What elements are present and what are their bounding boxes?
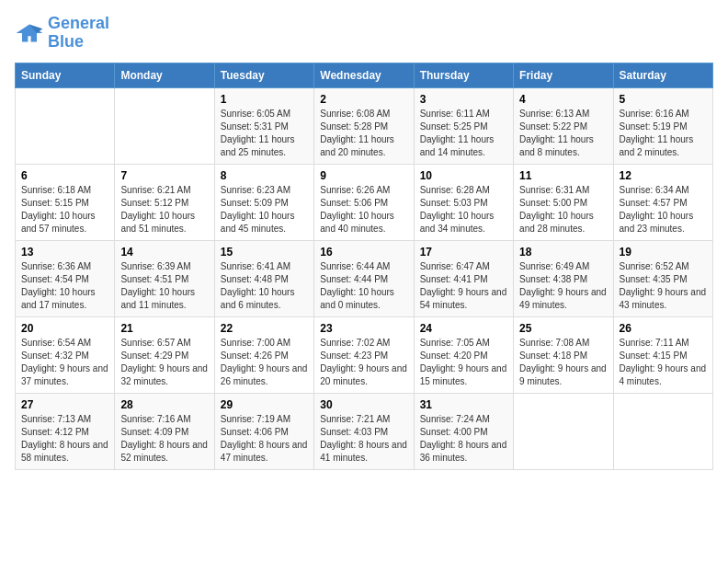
day-number: 21 xyxy=(120,322,208,335)
day-number: 18 xyxy=(519,246,607,259)
calendar-week-4: 20Sunrise: 6:54 AMSunset: 4:32 PMDayligh… xyxy=(16,316,713,393)
day-number: 26 xyxy=(620,322,707,335)
weekday-friday: Friday xyxy=(514,63,613,87)
day-number: 31 xyxy=(420,398,507,411)
day-info: Sunrise: 6:11 AMSunset: 5:25 PMDaylight:… xyxy=(420,108,507,159)
svg-marker-0 xyxy=(17,24,43,41)
day-number: 25 xyxy=(519,322,607,335)
day-number: 5 xyxy=(620,93,707,106)
weekday-header-row: SundayMondayTuesdayWednesdayThursdayFrid… xyxy=(16,63,713,87)
day-number: 19 xyxy=(620,246,707,259)
calendar-cell: 22Sunrise: 7:00 AMSunset: 4:26 PMDayligh… xyxy=(214,316,313,393)
day-info: Sunrise: 6:36 AMSunset: 4:54 PMDaylight:… xyxy=(21,260,108,312)
weekday-sunday: Sunday xyxy=(16,63,115,87)
calendar-table: SundayMondayTuesdayWednesdayThursdayFrid… xyxy=(15,63,713,470)
calendar-cell: 17Sunrise: 6:47 AMSunset: 4:41 PMDayligh… xyxy=(414,240,513,316)
day-info: Sunrise: 6:21 AMSunset: 5:12 PMDaylight:… xyxy=(120,184,208,236)
calendar-cell: 3Sunrise: 6:11 AMSunset: 5:25 PMDaylight… xyxy=(414,87,513,164)
day-number: 2 xyxy=(320,93,407,106)
calendar-cell: 20Sunrise: 6:54 AMSunset: 4:32 PMDayligh… xyxy=(16,316,115,393)
calendar-cell: 11Sunrise: 6:31 AMSunset: 5:00 PMDayligh… xyxy=(514,164,613,240)
calendar-cell: 26Sunrise: 7:11 AMSunset: 4:15 PMDayligh… xyxy=(613,316,712,393)
calendar-cell: 10Sunrise: 6:28 AMSunset: 5:03 PMDayligh… xyxy=(414,164,513,240)
day-info: Sunrise: 6:23 AMSunset: 5:09 PMDaylight:… xyxy=(221,184,308,236)
calendar-cell: 29Sunrise: 7:19 AMSunset: 4:06 PMDayligh… xyxy=(214,393,313,469)
calendar-cell: 1Sunrise: 6:05 AMSunset: 5:31 PMDaylight… xyxy=(214,87,313,164)
weekday-saturday: Saturday xyxy=(613,63,712,87)
day-info: Sunrise: 6:26 AMSunset: 5:06 PMDaylight:… xyxy=(320,184,407,236)
day-number: 27 xyxy=(21,398,108,411)
day-info: Sunrise: 7:21 AMSunset: 4:03 PMDaylight:… xyxy=(320,413,407,465)
calendar-cell: 28Sunrise: 7:16 AMSunset: 4:09 PMDayligh… xyxy=(115,393,214,469)
logo: General Blue xyxy=(15,15,109,52)
calendar-cell: 30Sunrise: 7:21 AMSunset: 4:03 PMDayligh… xyxy=(314,393,414,469)
day-number: 30 xyxy=(320,398,407,411)
calendar-cell: 24Sunrise: 7:05 AMSunset: 4:20 PMDayligh… xyxy=(414,316,513,393)
calendar-cell: 9Sunrise: 6:26 AMSunset: 5:06 PMDaylight… xyxy=(314,164,414,240)
weekday-monday: Monday xyxy=(115,63,214,87)
day-info: Sunrise: 7:13 AMSunset: 4:12 PMDaylight:… xyxy=(21,413,108,465)
calendar-cell: 23Sunrise: 7:02 AMSunset: 4:23 PMDayligh… xyxy=(314,316,414,393)
day-number: 20 xyxy=(21,322,108,335)
day-info: Sunrise: 7:00 AMSunset: 4:26 PMDaylight:… xyxy=(221,337,308,388)
calendar-cell: 2Sunrise: 6:08 AMSunset: 5:28 PMDaylight… xyxy=(314,87,414,164)
day-number: 10 xyxy=(420,169,507,182)
day-info: Sunrise: 6:08 AMSunset: 5:28 PMDaylight:… xyxy=(320,108,407,159)
day-number: 1 xyxy=(221,93,308,106)
calendar-cell xyxy=(16,87,115,164)
calendar-body: 1Sunrise: 6:05 AMSunset: 5:31 PMDaylight… xyxy=(16,87,713,469)
day-number: 11 xyxy=(519,169,607,182)
day-info: Sunrise: 7:24 AMSunset: 4:00 PMDaylight:… xyxy=(420,413,507,465)
day-info: Sunrise: 7:19 AMSunset: 4:06 PMDaylight:… xyxy=(221,413,308,465)
calendar-cell: 14Sunrise: 6:39 AMSunset: 4:51 PMDayligh… xyxy=(115,240,214,316)
calendar-cell xyxy=(115,87,214,164)
calendar-cell: 13Sunrise: 6:36 AMSunset: 4:54 PMDayligh… xyxy=(16,240,115,316)
day-number: 6 xyxy=(21,169,108,182)
calendar-cell: 21Sunrise: 6:57 AMSunset: 4:29 PMDayligh… xyxy=(115,316,214,393)
day-number: 17 xyxy=(420,246,507,259)
day-info: Sunrise: 6:39 AMSunset: 4:51 PMDaylight:… xyxy=(120,260,208,312)
calendar-cell: 15Sunrise: 6:41 AMSunset: 4:48 PMDayligh… xyxy=(214,240,313,316)
day-number: 3 xyxy=(420,93,507,106)
calendar-cell: 7Sunrise: 6:21 AMSunset: 5:12 PMDaylight… xyxy=(115,164,214,240)
calendar-header: SundayMondayTuesdayWednesdayThursdayFrid… xyxy=(16,63,713,87)
day-number: 14 xyxy=(120,246,208,259)
day-number: 8 xyxy=(221,169,308,182)
calendar-cell: 19Sunrise: 6:52 AMSunset: 4:35 PMDayligh… xyxy=(613,240,712,316)
calendar-week-1: 1Sunrise: 6:05 AMSunset: 5:31 PMDaylight… xyxy=(16,87,713,164)
day-info: Sunrise: 6:52 AMSunset: 4:35 PMDaylight:… xyxy=(620,260,707,312)
day-info: Sunrise: 7:11 AMSunset: 4:15 PMDaylight:… xyxy=(620,337,707,388)
day-info: Sunrise: 6:44 AMSunset: 4:44 PMDaylight:… xyxy=(320,260,407,312)
day-number: 13 xyxy=(21,246,108,259)
day-info: Sunrise: 6:05 AMSunset: 5:31 PMDaylight:… xyxy=(221,108,308,159)
day-number: 29 xyxy=(221,398,308,411)
day-number: 9 xyxy=(320,169,407,182)
day-info: Sunrise: 6:57 AMSunset: 4:29 PMDaylight:… xyxy=(120,337,208,388)
calendar-week-2: 6Sunrise: 6:18 AMSunset: 5:15 PMDaylight… xyxy=(16,164,713,240)
calendar-cell xyxy=(613,393,712,469)
calendar-cell: 6Sunrise: 6:18 AMSunset: 5:15 PMDaylight… xyxy=(16,164,115,240)
day-info: Sunrise: 6:34 AMSunset: 4:57 PMDaylight:… xyxy=(620,184,707,236)
logo-text: General Blue xyxy=(48,15,109,52)
day-info: Sunrise: 6:16 AMSunset: 5:19 PMDaylight:… xyxy=(620,108,707,159)
calendar-cell: 12Sunrise: 6:34 AMSunset: 4:57 PMDayligh… xyxy=(613,164,712,240)
calendar-cell xyxy=(514,393,613,469)
day-info: Sunrise: 6:31 AMSunset: 5:00 PMDaylight:… xyxy=(519,184,607,236)
weekday-wednesday: Wednesday xyxy=(314,63,414,87)
day-info: Sunrise: 7:05 AMSunset: 4:20 PMDaylight:… xyxy=(420,337,507,388)
logo-icon xyxy=(15,18,44,48)
calendar-cell: 31Sunrise: 7:24 AMSunset: 4:00 PMDayligh… xyxy=(414,393,513,469)
day-number: 12 xyxy=(620,169,707,182)
day-info: Sunrise: 7:08 AMSunset: 4:18 PMDaylight:… xyxy=(519,337,607,388)
calendar-week-3: 13Sunrise: 6:36 AMSunset: 4:54 PMDayligh… xyxy=(16,240,713,316)
calendar-cell: 16Sunrise: 6:44 AMSunset: 4:44 PMDayligh… xyxy=(314,240,414,316)
day-info: Sunrise: 6:13 AMSunset: 5:22 PMDaylight:… xyxy=(519,108,607,159)
calendar-cell: 5Sunrise: 6:16 AMSunset: 5:19 PMDaylight… xyxy=(613,87,712,164)
day-number: 24 xyxy=(420,322,507,335)
day-info: Sunrise: 6:47 AMSunset: 4:41 PMDaylight:… xyxy=(420,260,507,312)
calendar-cell: 4Sunrise: 6:13 AMSunset: 5:22 PMDaylight… xyxy=(514,87,613,164)
day-info: Sunrise: 6:28 AMSunset: 5:03 PMDaylight:… xyxy=(420,184,507,236)
day-number: 28 xyxy=(120,398,208,411)
calendar-cell: 27Sunrise: 7:13 AMSunset: 4:12 PMDayligh… xyxy=(16,393,115,469)
day-number: 16 xyxy=(320,246,407,259)
